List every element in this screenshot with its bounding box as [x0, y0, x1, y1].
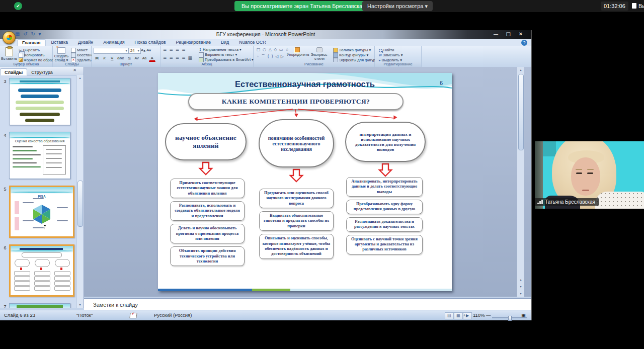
font-style-buttons[interactable]: Ж К Ч abc S AV Aa А — [94, 55, 155, 62]
slide-thumbnail-3[interactable] — [9, 78, 70, 125]
group-label-slides[interactable]: Слайды — [53, 62, 91, 67]
pane-close-icon[interactable]: ✕ — [73, 68, 76, 72]
slide-thumbnail-7[interactable] — [9, 303, 70, 308]
minimize-button[interactable]: — — [490, 31, 501, 37]
new-slide-button[interactable]: Создать слайд ▾ — [53, 47, 70, 62]
ribbon-tab-5[interactable]: Рецензирование — [172, 39, 216, 46]
copy-button[interactable]: Копировать — [19, 53, 44, 58]
window-titlebar[interactable]: ▦ ↺ ↻ ▾ БГУ конференция - Microsoft Powe… — [0, 30, 531, 39]
ribbon-tab-6[interactable]: Вид — [216, 39, 233, 46]
ribbon-tab-1[interactable]: Вставка — [47, 39, 72, 46]
group-label-paragraph[interactable]: Абзац — [160, 62, 253, 67]
char-spacing-button[interactable]: AV — [133, 55, 140, 61]
align-text-button[interactable]: Выровнять текст ▾ — [199, 52, 237, 57]
italic-button[interactable]: К — [101, 55, 108, 61]
slide-thumbnail-5[interactable]: PISA — [9, 186, 74, 238]
prev-slide-icon[interactable]: ▴ — [517, 277, 524, 283]
arrange-button[interactable]: Упорядочить — [287, 47, 308, 57]
flowchart-box-0-0[interactable]: Применить соответствующие естественнонау… — [170, 179, 245, 198]
scroll-down-icon[interactable]: ▾ — [76, 302, 84, 308]
text-shadow-button[interactable]: S — [126, 55, 132, 61]
flowchart-oval-1[interactable]: понимание особенностей естественнонаучно… — [259, 119, 334, 167]
zoom-slider-knob[interactable] — [508, 316, 512, 321]
text-direction-button[interactable]: ↕Направление текста ▾ — [199, 47, 242, 52]
participant-eye-left — [576, 172, 582, 174]
font-name-combo[interactable]: ▾ — [94, 48, 129, 54]
shape-outline-button[interactable]: Контур фигуры ▾ — [333, 53, 368, 58]
flowchart-box-2-0[interactable]: Анализировать, интерпретировать данные и… — [346, 177, 423, 197]
webcam-video[interactable]: Татьяна Бреславская — [535, 141, 644, 209]
font-size-combo[interactable]: 24▾ — [129, 48, 141, 54]
view-buttons[interactable]: ▤▦▶ — [445, 312, 472, 319]
normal-view-button[interactable]: ▤ — [445, 312, 454, 319]
slide-thumbnail-6[interactable] — [9, 244, 74, 297]
flowchart-box-1-2[interactable]: Описывать и оценивать способы, которые и… — [259, 234, 334, 258]
zoom-out-button[interactable]: — — [486, 312, 491, 318]
editor-scroll-down-icon[interactable]: ▾ — [517, 291, 524, 297]
shapes-gallery[interactable]: □ ○ △ ◇ ▭ ☆ — [257, 47, 289, 52]
editor-scroll-up-icon[interactable]: ▴ — [517, 67, 524, 73]
slide-title[interactable]: Естественнонаучная грамотность — [158, 79, 452, 89]
cut-button[interactable]: ✂Вырезать — [19, 48, 40, 53]
flowchart-box-0-3[interactable]: Объяснять принцип действия технического … — [170, 246, 245, 266]
fit-to-window-button[interactable]: ▣ — [521, 312, 526, 318]
next-slide-icon[interactable]: ▾ — [517, 284, 524, 290]
ribbon-tab-4[interactable]: Показ слайдов — [130, 39, 171, 46]
editor-scroll-thumb[interactable] — [518, 74, 524, 150]
view-settings-button[interactable]: Настройки просмотра ▾ — [362, 1, 433, 11]
arrange-icon — [295, 47, 300, 52]
notes-panel[interactable]: Заметки к слайду — [84, 298, 531, 311]
flowchart-box-0-2[interactable]: Делать и научно обосновывать прогнозы о … — [170, 224, 245, 243]
flowchart-box-0-1[interactable]: Распознавать, использовать и создавать о… — [170, 201, 245, 221]
shapes-gallery-row2[interactable]: ◦ ⌒ ( ) ◁ ▷ — [257, 54, 284, 59]
slide-canvas[interactable]: 6 Естественнонаучная грамотность КАКИЕ К… — [158, 73, 452, 291]
editor-scrollbar[interactable]: ▴ ▴ ▾ ▾ — [517, 67, 524, 297]
flowchart-oval-2[interactable]: интерпретация данных и использование нау… — [345, 122, 426, 162]
grow-shrink-font-buttons[interactable]: A▲ A▼ — [141, 48, 151, 53]
ribbon-tab-2[interactable]: Дизайн — [73, 39, 98, 46]
strikethrough-button[interactable]: abc — [116, 55, 125, 61]
bold-button[interactable]: Ж — [94, 55, 100, 61]
slide-thumbnail-4[interactable]: Оценка качества образования — [9, 132, 70, 179]
replace-button[interactable]: ⇄Заменить ▾ — [379, 53, 403, 58]
ribbon-tab-3[interactable]: Анимация — [99, 39, 129, 46]
leave-button[interactable]: Вы — [632, 2, 644, 11]
language-indicator[interactable]: Русский (Россия) — [154, 312, 192, 318]
flowchart-box-2-3[interactable]: Оценивать с научной точки зрения аргумен… — [346, 235, 423, 254]
sorter-view-button[interactable]: ▦ — [454, 312, 463, 319]
find-button[interactable]: Найти — [379, 48, 394, 52]
slide-question-shape[interactable]: КАКИЕ КОМПЕТЕНЦИИ ПРОВЕРЯЮТСЯ? — [188, 93, 404, 110]
flowchart-box-1-0[interactable]: Предлагать или оценивать способ научного… — [259, 189, 334, 208]
font-color-button[interactable]: А — [149, 55, 155, 62]
participant-brow-left — [576, 169, 582, 170]
help-icon[interactable]: ? — [521, 40, 527, 46]
pane-scrollbar[interactable]: ▴ ▾ — [76, 75, 84, 308]
ribbon-tab-0[interactable]: Главная — [17, 39, 46, 46]
scroll-up-icon[interactable]: ▴ — [76, 75, 84, 81]
shape-fill-button[interactable]: Заливка фигуры ▾ — [333, 48, 371, 53]
flowchart-oval-0[interactable]: научное объяснение явлений — [165, 123, 247, 160]
office-button[interactable] — [3, 31, 16, 44]
zoom-in-button[interactable]: + — [463, 312, 466, 318]
group-label-font[interactable]: Шрифт — [92, 62, 160, 67]
spellcheck-icon[interactable] — [129, 313, 137, 318]
group-label-drawing[interactable]: Рисование — [254, 62, 374, 67]
change-case-button[interactable]: Aa — [141, 55, 147, 61]
layout-button[interactable]: Макет — [71, 48, 88, 53]
quick-styles-button[interactable]: Экспресс-стили — [308, 47, 331, 61]
zoom-level[interactable]: 110% — [473, 312, 485, 318]
ribbon-tab-7[interactable]: Nuance OCR — [234, 39, 271, 46]
maximize-button[interactable]: □ — [503, 31, 514, 37]
flowchart-box-2-2[interactable]: Распознавать доказательства и рассуждени… — [346, 217, 423, 232]
flowchart-box-1-1[interactable]: Выдвигать объяснительные гипотезы и пред… — [259, 211, 334, 231]
group-label-clipboard[interactable]: Буфер обмена — [0, 62, 52, 67]
flowchart-box-2-1[interactable]: Преобразовывать одну форму представления… — [346, 200, 423, 214]
pane-scroll-thumb[interactable] — [77, 181, 83, 227]
close-button[interactable]: ✕ — [515, 31, 526, 37]
list-buttons[interactable]: ≡ ≡ ≡ ≡ — [163, 47, 186, 52]
align-buttons[interactable]: ≡ ≡ ≡ ≡ ▦ — [163, 55, 193, 60]
tab-slides[interactable]: Слайды — [0, 68, 27, 75]
underline-button[interactable]: Ч — [109, 55, 115, 61]
security-shield-icon[interactable]: ✔ — [14, 2, 22, 10]
group-label-editing[interactable]: Редактирование — [375, 62, 421, 67]
